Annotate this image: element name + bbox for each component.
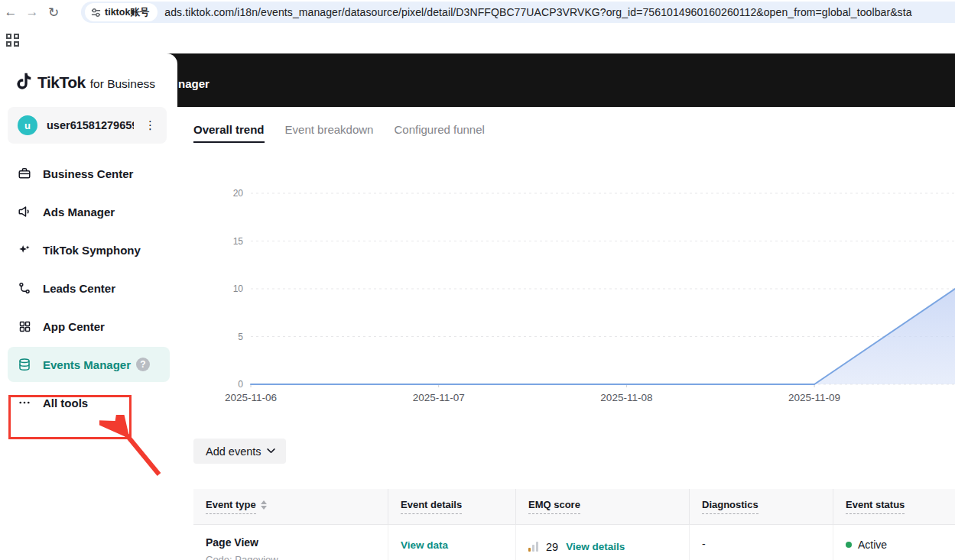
cell-diagnostics: - [690, 525, 833, 560]
apps-grid-icon[interactable] [6, 34, 19, 47]
svg-text:10: 10 [233, 283, 244, 294]
add-events-button[interactable]: Add events [193, 439, 286, 464]
sidebar-item-ads-manager[interactable]: Ads Manager [8, 194, 170, 229]
megaphone-icon [17, 204, 32, 219]
svg-text:2025-11-07: 2025-11-07 [413, 392, 465, 403]
app-header-title-partial: nager [178, 77, 210, 90]
col-header-event-status[interactable]: Event status [833, 489, 955, 524]
url-text[interactable]: ads.tiktok.com/i18n/events_manager/datas… [164, 6, 911, 18]
database-icon [17, 357, 32, 372]
event-type-name: Page View [206, 536, 258, 549]
table-row: Page View Code: Pageview View data 29 [193, 525, 955, 560]
events-table: Event type Event details EMQ score Diagn… [193, 489, 955, 560]
ellipsis-icon [17, 395, 32, 410]
svg-text:2025-11-06: 2025-11-06 [225, 392, 277, 403]
user-name: user61581279659... [47, 119, 134, 131]
tab-configured-funnel[interactable]: Configured funnel [394, 123, 484, 143]
svg-text:2025-11-09: 2025-11-09 [788, 392, 840, 403]
sidebar-item-leads-center[interactable]: Leads Center [8, 270, 170, 306]
add-events-label: Add events [206, 445, 261, 458]
sidebar-menu: Business Center Ads Manager [0, 153, 177, 420]
chevron-down-icon [267, 448, 275, 454]
view-data-link[interactable]: View data [401, 539, 448, 551]
diagnostics-value: - [702, 538, 706, 550]
col-header-event-details[interactable]: Event details [388, 489, 516, 524]
leads-icon [17, 280, 32, 296]
tiktok-logo: TikTok for Business [17, 70, 155, 92]
site-chip-label: tiktok账号 [105, 6, 149, 19]
user-account-card[interactable]: u user61581279659... ⋮ [8, 107, 167, 144]
col-header-event-type[interactable]: Event type [193, 489, 388, 524]
svg-text:20: 20 [233, 188, 244, 199]
events-trend-chart: 051015202025-11-062025-11-072025-11-0820… [177, 182, 955, 405]
status-badge: Active [858, 539, 887, 551]
site-permissions-chip[interactable]: tiktok账号 [85, 3, 158, 21]
emq-bars-icon [528, 542, 538, 552]
sort-icon[interactable] [261, 500, 267, 510]
back-icon[interactable]: ← [0, 5, 21, 20]
emq-score-value: 29 [546, 541, 558, 553]
kebab-menu-icon[interactable]: ⋮ [134, 118, 167, 132]
status-dot-icon [846, 542, 852, 548]
sidebar-item-app-center[interactable]: App Center [8, 309, 170, 344]
reload-icon[interactable]: ↻ [43, 5, 64, 21]
event-code: Code: Pageview [206, 554, 278, 560]
cell-event-details: View data [388, 525, 516, 560]
svg-text:2025-11-08: 2025-11-08 [600, 392, 652, 403]
sidebar-item-tiktok-symphony[interactable]: TikTok Symphony [8, 232, 170, 267]
forward-icon[interactable]: → [21, 5, 43, 20]
sparkles-icon [17, 242, 32, 257]
bookmarks-bar [0, 24, 955, 56]
avatar: u [18, 115, 37, 135]
table-header-row: Event type Event details EMQ score Diagn… [193, 489, 955, 525]
app-grid-icon [17, 319, 32, 334]
col-header-diagnostics[interactable]: Diagnostics [690, 489, 833, 524]
tune-icon [91, 8, 101, 18]
logo-wordmark: TikTok [37, 73, 86, 92]
cell-emq-score: 29 View details [516, 525, 690, 560]
browser-toolbar: ← → ↻ tiktok账号 ads.tiktok.com/i18n/event… [0, 0, 955, 24]
tab-overall-trend[interactable]: Overall trend [193, 123, 265, 143]
briefcase-icon [17, 166, 32, 181]
svg-text:5: 5 [238, 332, 243, 342]
screen: ← → ↻ tiktok账号 ads.tiktok.com/i18n/event… [0, 0, 955, 560]
cell-event-status: Active [833, 525, 955, 560]
sidebar: TikTok for Business u user61581279659...… [0, 53, 177, 560]
cell-event-type: Page View Code: Pageview [193, 525, 388, 560]
col-header-emq-score[interactable]: EMQ score [516, 489, 690, 524]
logo-suffix: for Business [90, 77, 155, 91]
sidebar-item-events-manager[interactable]: Events Manager ? [8, 347, 170, 382]
svg-text:15: 15 [233, 236, 244, 247]
svg-text:0: 0 [238, 379, 243, 390]
help-icon[interactable]: ? [136, 358, 150, 371]
address-bar[interactable]: tiktok账号 ads.tiktok.com/i18n/events_mana… [81, 2, 955, 23]
trend-tabs: Overall trend Event breakdown Configured… [193, 123, 485, 143]
sidebar-item-business-center[interactable]: Business Center [8, 156, 170, 191]
tab-event-breakdown[interactable]: Event breakdown [285, 123, 374, 143]
tiktok-note-icon [17, 73, 32, 90]
view-details-link[interactable]: View details [566, 541, 625, 552]
sidebar-item-all-tools[interactable]: All tools [8, 385, 170, 420]
page-content: nager Overall trend Event breakdown Conf… [0, 56, 955, 560]
